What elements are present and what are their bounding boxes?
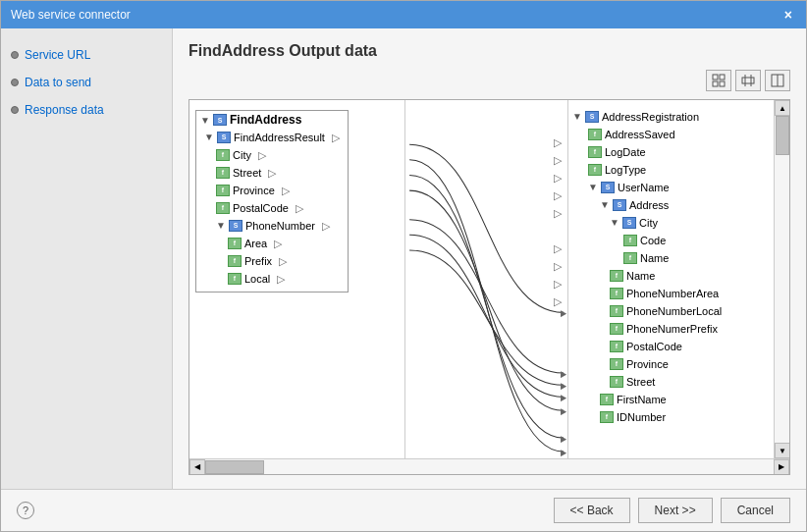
tree-item: f Street — [572, 373, 770, 391]
field-icon: f — [600, 411, 614, 423]
group-title: ▼ S FindAddress — [200, 113, 340, 129]
tree-item: f LogType — [572, 161, 770, 179]
toolbar-btn-1[interactable] — [706, 70, 731, 91]
sidebar-item-label: Response data — [25, 103, 104, 117]
tree-item: ▼ S FindAddressResult ▷ — [200, 129, 340, 146]
title-bar: Web service connector × — [1, 1, 806, 28]
struct-icon: S — [601, 182, 615, 193]
tree-item: f FirstName — [572, 391, 770, 408]
vertical-scrollbar: ▲ ▼ — [774, 100, 789, 458]
tree-item: f IDNumber — [572, 408, 770, 426]
expand-icon[interactable]: ▼ — [204, 129, 214, 146]
tree-item: f Code — [572, 232, 770, 249]
sidebar-dot — [11, 106, 19, 114]
sidebar-item-response-data[interactable]: Response data — [11, 103, 162, 117]
toolbar-btn-3[interactable] — [765, 70, 790, 91]
tree-item: f Name — [572, 249, 770, 267]
svg-rect-4 — [742, 78, 754, 83]
scroll-thumb[interactable] — [776, 116, 789, 155]
port-arrow: ▷ — [548, 275, 567, 293]
scroll-left-button[interactable]: ◀ — [189, 459, 205, 475]
tree-item: f PhoneNumberArea — [572, 285, 770, 302]
next-button[interactable]: Next >> — [638, 498, 713, 523]
expand-icon[interactable]: ▼ — [216, 217, 226, 235]
left-tree-pane: ▼ S FindAddress ▼ S FindAddressResult ▷ — [189, 100, 405, 458]
port-arrow: ▷ — [548, 169, 567, 186]
sidebar-item-label: Service URL — [25, 48, 90, 62]
tree-item: f Local ▷ — [200, 270, 340, 288]
struct-icon: S — [585, 111, 599, 123]
port-arrow: ▷ — [322, 217, 330, 235]
field-icon: f — [610, 358, 623, 370]
struct-icon: S — [622, 217, 636, 229]
port-arrow: ▷ — [274, 235, 282, 252]
port-arrow: ▷ — [268, 164, 276, 182]
tree-item: ▼ S Address — [572, 196, 770, 214]
toolbar — [188, 70, 790, 91]
tree-item: f City ▷ — [200, 146, 340, 164]
help-button[interactable]: ? — [17, 502, 34, 519]
field-icon: f — [623, 252, 637, 264]
port-arrow: ▷ — [548, 293, 567, 310]
field-icon: f — [216, 167, 230, 179]
h-scroll-thumb[interactable] — [205, 460, 264, 474]
tree-item: f PostalCode — [572, 338, 770, 355]
scroll-track — [775, 116, 789, 443]
expand-icon[interactable]: ▼ — [572, 108, 582, 126]
bottom-bar: ? << Back Next >> Cancel — [1, 489, 806, 531]
toolbar-btn-2[interactable] — [735, 70, 761, 91]
expand-icon[interactable]: ▼ — [610, 214, 619, 232]
field-icon: f — [623, 235, 637, 246]
struct-icon: S — [213, 114, 227, 126]
scroll-down-button[interactable]: ▼ — [775, 443, 789, 458]
expand-icon[interactable]: ▼ — [200, 115, 210, 126]
field-icon: f — [610, 305, 623, 317]
port-arrow: ▷ — [548, 186, 567, 204]
field-icon: f — [216, 149, 230, 161]
field-icon: f — [588, 146, 602, 158]
expand-icon[interactable]: ▼ — [588, 179, 598, 196]
sidebar-item-service-url[interactable]: Service URL — [11, 48, 162, 62]
dialog-title: Web service connector — [11, 8, 131, 22]
expand-icon[interactable]: ▼ — [600, 196, 610, 214]
scroll-up-button[interactable]: ▲ — [775, 100, 789, 116]
tree-item: f Area ▷ — [200, 235, 340, 252]
field-icon: f — [588, 129, 602, 140]
sidebar-dot — [11, 79, 19, 86]
port-arrow: ▷ — [258, 146, 266, 164]
tree-item: f LogDate — [572, 143, 770, 161]
port-arrow: ▷ — [548, 257, 567, 275]
struct-icon: S — [613, 199, 626, 211]
field-icon: f — [610, 376, 623, 388]
content-area: Service URL Data to send Response data F… — [1, 28, 806, 489]
port-arrow: ▷ — [296, 199, 303, 217]
sidebar: Service URL Data to send Response data — [1, 28, 173, 489]
port-arrow: ▷ — [548, 133, 567, 151]
field-icon: f — [610, 270, 623, 282]
sidebar-dot — [11, 51, 19, 59]
find-address-group: ▼ S FindAddress ▼ S FindAddressResult ▷ — [195, 110, 349, 293]
field-icon: f — [228, 255, 242, 267]
tree-item: f PostalCode ▷ — [200, 199, 340, 217]
field-icon: f — [600, 394, 614, 405]
port-arrow: ▷ — [282, 182, 290, 199]
port-arrow: ▷ — [548, 204, 567, 222]
help-area: ? — [17, 502, 34, 519]
struct-icon: S — [229, 220, 242, 232]
main-panel: FindAddress Output data — [173, 28, 806, 489]
port-arrow: ▷ — [277, 270, 285, 288]
port-arrow: ▷ — [279, 252, 287, 270]
port-arrow: ▷ — [332, 129, 340, 146]
tree-item: f Name — [572, 267, 770, 285]
field-icon: f — [216, 202, 230, 214]
close-button[interactable]: × — [780, 7, 796, 23]
scroll-right-button[interactable]: ▶ — [774, 459, 789, 475]
back-button[interactable]: << Back — [554, 498, 630, 523]
tree-item: ▼ S AddressRegistration — [572, 108, 770, 126]
tree-item: f Street ▷ — [200, 164, 340, 182]
dialog: Web service connector × Service URL Data… — [0, 0, 807, 532]
mapping-canvas: ▶ ▶ ▶ ▶ ▶ ▶ ▶ ▷ ▷ ▷ — [405, 100, 567, 458]
cancel-button[interactable]: Cancel — [721, 498, 790, 523]
tree-item: ▼ S UserName — [572, 179, 770, 196]
sidebar-item-data-to-send[interactable]: Data to send — [11, 76, 162, 89]
